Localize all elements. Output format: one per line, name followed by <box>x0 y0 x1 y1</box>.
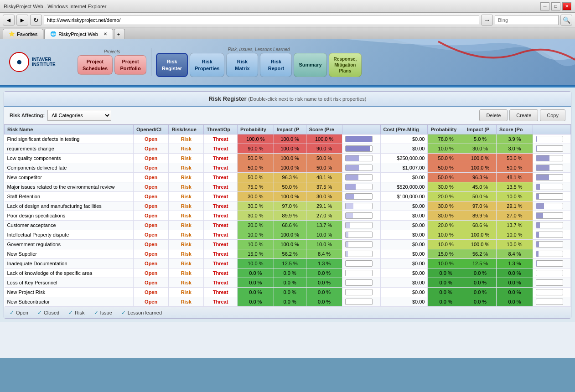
close-tab-icon[interactable]: ✕ <box>104 31 107 36</box>
refresh-button[interactable]: ↻ <box>30 15 42 26</box>
cell-bar-post <box>533 182 570 192</box>
cell-probability: 20.0 % <box>238 221 274 230</box>
score-bar-fill-post <box>536 261 537 266</box>
browser-title: RiskyProject Web - Windows Internet Expl… <box>4 4 106 9</box>
cell-bar-pre <box>342 182 380 192</box>
forward-button[interactable]: ► <box>16 15 28 26</box>
risk-register-button[interactable]: RiskRegister <box>156 53 188 77</box>
riskyproject-tab[interactable]: 🌐 RiskyProject Web ✕ <box>44 29 113 39</box>
cell-threat: Threat <box>204 144 238 154</box>
cell-threat: Threat <box>204 134 238 144</box>
table-row[interactable]: Inadequate Documentation Open Risk Threa… <box>5 259 571 268</box>
cell-post-impact: 89.9 % <box>464 211 496 221</box>
score-bar-fill-post <box>536 203 544 209</box>
table-row[interactable]: Customer acceptance Open Risk Threat 20.… <box>5 221 571 230</box>
table-row[interactable]: Intellectual Property dispute Open Risk … <box>5 230 571 240</box>
create-button[interactable]: Create <box>509 109 538 121</box>
score-bar-pre <box>345 299 373 305</box>
table-row[interactable]: Components delivered late Open Risk Thre… <box>5 163 571 173</box>
cell-post-score: 8.4 % <box>497 249 533 259</box>
table-row[interactable]: requirements change Open Risk Threat 90.… <box>5 144 571 154</box>
cell-post-prob: 15.0 % <box>428 249 464 259</box>
risk-properties-button[interactable]: RiskProperties <box>190 53 224 77</box>
risk-matrix-button[interactable]: RiskMatrix <box>226 53 258 77</box>
back-button[interactable]: ◄ <box>3 15 15 26</box>
score-bar-pre <box>345 212 373 219</box>
cell-status: Open <box>133 259 168 268</box>
cell-probability: 0.0 % <box>238 278 274 288</box>
cell-post-impact: 30.0 % <box>464 144 496 154</box>
table-row[interactable]: Lack of design and manufacturing facilit… <box>5 201 571 211</box>
footer-open: ✓ Open <box>10 309 28 316</box>
project-schedules-button[interactable]: ProjectSchedules <box>78 55 113 75</box>
search-input[interactable] <box>495 15 559 25</box>
cell-post-prob: 0.0 % <box>428 268 464 278</box>
cell-post-prob: 50.0 % <box>428 163 464 173</box>
delete-button[interactable]: Delete <box>479 109 508 121</box>
score-bar-post <box>536 165 563 171</box>
cell-cost: $0.00 <box>380 297 428 307</box>
cell-risk-name: New competitor <box>5 173 134 182</box>
new-tab[interactable]: + <box>114 29 125 39</box>
copy-button[interactable]: Copy <box>540 109 565 121</box>
cell-probability: 0.0 % <box>238 297 274 307</box>
score-bar-post <box>536 155 563 161</box>
cell-post-prob: 10.0 % <box>428 240 464 249</box>
cell-probability: 30.0 % <box>238 192 274 201</box>
cell-score-pre: 27.0 % <box>306 211 342 221</box>
cell-post-impact: 5.0 % <box>464 134 496 144</box>
cell-probability: 50.0 % <box>238 173 274 182</box>
cell-post-score: 13.5 % <box>497 182 533 192</box>
go-button[interactable]: → <box>481 15 493 26</box>
table-row[interactable]: Poor design specifications Open Risk Thr… <box>5 211 571 221</box>
projects-group-label: Projects <box>104 49 120 54</box>
cell-type: Risk <box>169 154 204 163</box>
category-filter[interactable]: All Categories Schedule Cost Quality <box>47 110 111 121</box>
risk-report-button[interactable]: RiskReport <box>260 53 292 77</box>
table-row[interactable]: New Supplier Open Risk Threat 15.0 % 56.… <box>5 249 571 259</box>
risk-table-container[interactable]: Risk Name Opened/Cl Risk/Issue Threat/Op… <box>4 124 571 307</box>
app-header: ⬤ INTAVER INSTITUTE Projects ProjectSche… <box>0 39 575 85</box>
table-row[interactable]: New Subcontractor Open Risk Threat 0.0 %… <box>5 297 571 307</box>
cell-post-impact: 96.3 % <box>464 173 496 182</box>
maximize-button[interactable]: □ <box>551 2 560 10</box>
response-plans-button[interactable]: Response,MitigationPlans <box>329 53 362 77</box>
cell-type: Risk <box>169 249 204 259</box>
nav-area: Projects ProjectSchedules ProjectPortfol… <box>73 39 575 85</box>
action-buttons: Delete Create Copy <box>479 109 565 121</box>
summary-button[interactable]: Summary <box>294 53 326 77</box>
table-row[interactable]: Staff Retention Open Risk Threat 30.0 % … <box>5 192 571 201</box>
cell-type: Risk <box>169 230 204 240</box>
risk-checkmark: ✓ <box>68 309 73 316</box>
address-bar[interactable] <box>44 15 479 25</box>
table-row[interactable]: Major issues related to the environmenta… <box>5 182 571 192</box>
table-row[interactable]: Loss of Key Personnel Open Risk Threat 0… <box>5 278 571 288</box>
favorites-tab[interactable]: ⭐ Favorites <box>3 29 43 39</box>
cell-post-prob: 50.0 % <box>428 173 464 182</box>
table-row[interactable]: Find significant defects in testing Open… <box>5 134 571 144</box>
table-row[interactable]: Government regulations Open Risk Threat … <box>5 240 571 249</box>
cell-cost: $0.00 <box>380 211 428 221</box>
cell-risk-name: Lack of design and manufacturing facilit… <box>5 201 134 211</box>
cell-post-prob: 30.0 % <box>428 211 464 221</box>
col-header-post-score: Score (Po <box>497 125 533 134</box>
cell-risk-name: requirements change <box>5 144 134 154</box>
search-button[interactable]: 🔍 <box>560 15 572 26</box>
risk-group-label: Risk, Issues, Lessons Learned <box>228 47 290 52</box>
cell-type: Risk <box>169 297 204 307</box>
table-row[interactable]: Lack of knowledge of the specific area O… <box>5 268 571 278</box>
table-row[interactable]: New competitor Open Risk Threat 50.0 % 9… <box>5 173 571 182</box>
cell-status: Open <box>133 268 168 278</box>
minimize-button[interactable]: ─ <box>540 2 549 10</box>
cell-threat: Threat <box>204 201 238 211</box>
close-button[interactable]: ✕ <box>562 2 571 10</box>
cell-bar-post <box>533 163 570 173</box>
table-row[interactable]: New Project Risk Open Risk Threat 0.0 % … <box>5 288 571 297</box>
cell-cost: $520,000.00 <box>380 182 428 192</box>
project-portfolio-button[interactable]: ProjectPortfolio <box>114 55 146 75</box>
cell-probability: 30.0 % <box>238 201 274 211</box>
cell-risk-name: Customer acceptance <box>5 221 134 230</box>
table-row[interactable]: Low quality components Open Risk Threat … <box>5 154 571 163</box>
cell-status: Open <box>133 134 168 144</box>
cell-status: Open <box>133 297 168 307</box>
